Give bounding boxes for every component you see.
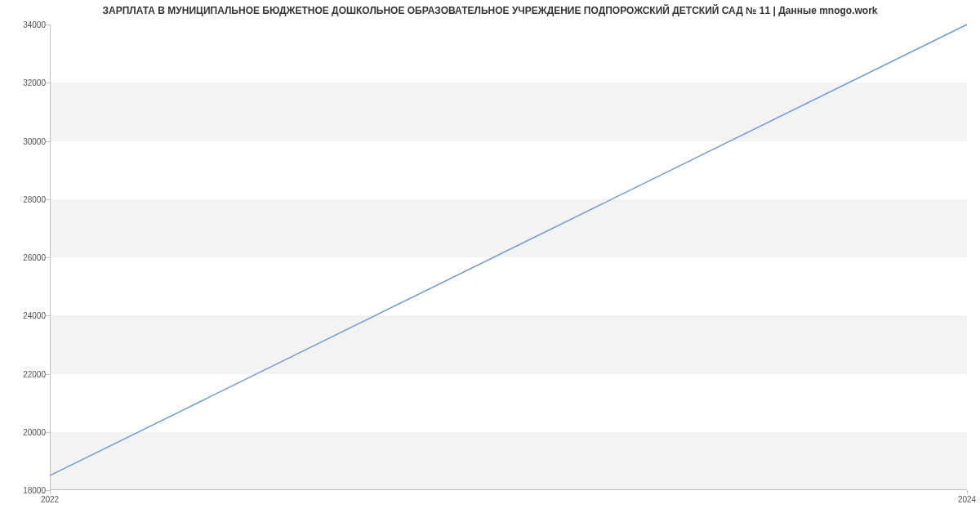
y-tick-mark — [46, 374, 50, 375]
y-tick-mark — [46, 83, 50, 83]
x-tick-label: 2024 — [958, 495, 976, 504]
y-tick-mark — [46, 432, 50, 433]
x-tick-mark — [50, 490, 51, 494]
y-tick-label: 32000 — [2, 78, 46, 87]
x-tick-label: 2022 — [41, 495, 59, 504]
y-tick-mark — [46, 141, 50, 142]
line-series — [50, 25, 967, 490]
y-tick-label: 30000 — [2, 136, 46, 145]
y-tick-label: 18000 — [2, 486, 46, 495]
y-tick-label: 28000 — [2, 194, 46, 203]
y-tick-label: 20000 — [2, 427, 46, 436]
chart-container: ЗАРПЛАТА В МУНИЦИПАЛЬНОЕ БЮДЖЕТНОЕ ДОШКО… — [0, 0, 980, 531]
y-tick-mark — [46, 199, 50, 200]
y-tick-label: 24000 — [2, 311, 46, 320]
chart-title: ЗАРПЛАТА В МУНИЦИПАЛЬНОЕ БЮДЖЕТНОЕ ДОШКО… — [0, 5, 980, 16]
y-tick-label: 22000 — [2, 369, 46, 378]
y-tick-mark — [46, 257, 50, 258]
y-tick-mark — [46, 25, 50, 25]
y-tick-label: 26000 — [2, 253, 46, 262]
y-tick-label: 34000 — [2, 20, 46, 29]
y-tick-mark — [46, 315, 50, 316]
plot-area — [50, 25, 967, 490]
x-tick-mark — [967, 490, 968, 494]
